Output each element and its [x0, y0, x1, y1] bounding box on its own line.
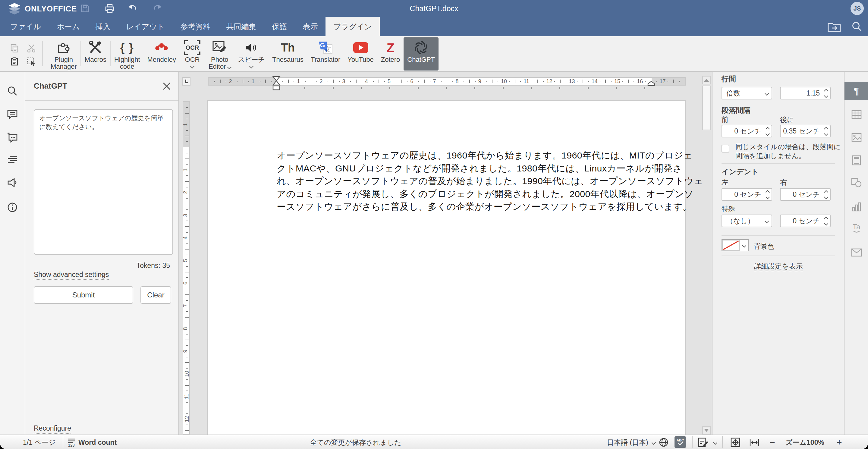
- tab-collaboration[interactable]: 共同編集: [218, 17, 264, 36]
- search-icon[interactable]: [0, 82, 25, 100]
- paragraph-settings-panel: 行間 倍数 1.15 段落間隔 前 後に 0 センチ 0.35 センチ 同じスタ…: [712, 72, 844, 435]
- spin-up-icon[interactable]: [824, 89, 828, 93]
- spacing-before-spinner[interactable]: 0 センチ: [721, 125, 772, 137]
- right-indent-marker[interactable]: [647, 81, 655, 86]
- tab-plugins[interactable]: プラグイン: [326, 17, 380, 36]
- document-page[interactable]: オープンソースソフトウェアの歴史は、1960年代から始まります。1960年代には…: [207, 100, 686, 435]
- search-header-icon[interactable]: [852, 22, 862, 32]
- spin-up-icon[interactable]: [824, 127, 828, 131]
- youtube-button[interactable]: YouTube: [344, 37, 377, 63]
- highlight-code-button[interactable]: { } Highlight code: [111, 37, 144, 70]
- navigation-icon[interactable]: [0, 151, 25, 169]
- tab-view[interactable]: 表示: [295, 17, 326, 36]
- fit-width-icon[interactable]: [749, 435, 760, 449]
- scrollbar-thumb[interactable]: [702, 86, 711, 130]
- cut-icon[interactable]: [23, 41, 40, 55]
- thesaurus-button[interactable]: Th Thesaurus: [269, 37, 307, 63]
- text-art-settings-icon[interactable]: Ta: [844, 219, 868, 237]
- macros-button[interactable]: Macros: [81, 37, 110, 63]
- about-icon[interactable]: [0, 198, 25, 216]
- spacing-after-spinner[interactable]: 0.35 センチ: [780, 125, 831, 137]
- translator-button[interactable]: 文G Translator: [307, 37, 344, 63]
- zoom-in-button[interactable]: +: [837, 435, 842, 449]
- zoom-level-label[interactable]: ズーム100%: [785, 435, 824, 449]
- plugins-toolbar: Plugin Manager Macros { } Highlight code…: [0, 36, 868, 72]
- tab-references[interactable]: 参考資料: [173, 17, 218, 36]
- chart-settings-icon[interactable]: [844, 198, 868, 216]
- document-line: アのコミュニティが発展し、多くのプロジェクトが開発されました。2000年代以降は…: [277, 187, 662, 200]
- spin-down-icon[interactable]: [824, 195, 828, 199]
- tab-protection[interactable]: 保護: [264, 17, 295, 36]
- mendeley-button[interactable]: Mendeley: [144, 37, 180, 63]
- chat-icon[interactable]: [0, 128, 25, 147]
- mail-merge-icon[interactable]: [844, 244, 868, 262]
- speech-button[interactable]: スピーチ: [235, 37, 269, 69]
- page-count-label[interactable]: 1/1 ページ: [23, 435, 56, 449]
- zoom-out-button[interactable]: −: [770, 435, 775, 449]
- spin-up-icon[interactable]: [824, 217, 828, 221]
- indent-special-select[interactable]: （なし）: [721, 215, 772, 227]
- plugin-manager-button[interactable]: Plugin Manager: [47, 37, 81, 70]
- comments-icon[interactable]: [0, 105, 25, 124]
- menu-tab-bar: ファイル ホーム 挿入 レイアウト 参考資料 共同編集 保護 表示 プラグイン: [0, 17, 868, 36]
- table-settings-icon[interactable]: [844, 105, 868, 124]
- show-advanced-settings-link[interactable]: Show advanced settings: [34, 270, 109, 280]
- tab-layout[interactable]: レイアウト: [119, 17, 173, 36]
- zotero-button[interactable]: Z Zotero: [377, 37, 404, 63]
- spin-down-icon[interactable]: [824, 94, 828, 98]
- photo-editor-button[interactable]: Photo Editor: [205, 37, 235, 70]
- spin-down-icon[interactable]: [824, 132, 828, 136]
- submit-button[interactable]: Submit: [34, 286, 133, 304]
- tab-insert[interactable]: 挿入: [88, 17, 119, 36]
- scroll-up-button[interactable]: [702, 76, 711, 84]
- shape-settings-icon[interactable]: [844, 173, 868, 192]
- fit-page-icon[interactable]: [731, 435, 740, 449]
- reconfigure-link[interactable]: Reconfigure: [34, 424, 71, 434]
- feedback-icon[interactable]: [0, 173, 25, 192]
- vertical-scrollbar[interactable]: [702, 76, 711, 435]
- image-settings-icon[interactable]: [844, 128, 868, 147]
- avatar[interactable]: JS: [850, 2, 864, 15]
- indent-left-spinner[interactable]: 0 センチ: [721, 188, 772, 201]
- select-all-icon[interactable]: [23, 55, 40, 68]
- word-count-label[interactable]: Word count: [79, 435, 117, 449]
- background-color-picker[interactable]: [721, 239, 749, 251]
- spell-check-icon[interactable]: ABC: [675, 436, 686, 448]
- copy-icon[interactable]: [6, 41, 23, 55]
- same-style-checkbox[interactable]: [721, 145, 730, 153]
- tab-stop-selector[interactable]: [182, 77, 190, 86]
- header-footer-settings-icon[interactable]: [844, 151, 868, 169]
- show-advanced-settings-link-right[interactable]: 詳細設定を表示: [712, 262, 844, 271]
- spin-up-icon[interactable]: [766, 190, 770, 194]
- indent-markers[interactable]: [272, 76, 281, 91]
- spin-down-icon[interactable]: [766, 195, 770, 199]
- zotero-icon: Z: [387, 39, 395, 56]
- line-spacing-value-spinner[interactable]: 1.15: [780, 87, 831, 99]
- paragraph-settings-icon[interactable]: ¶: [844, 82, 868, 100]
- tab-home[interactable]: ホーム: [49, 17, 87, 36]
- photo-editor-icon: [212, 39, 227, 56]
- open-file-location-icon[interactable]: [828, 21, 841, 32]
- spin-up-icon[interactable]: [824, 190, 828, 194]
- indent-right-spinner[interactable]: 0 センチ: [780, 188, 831, 201]
- ocr-chevron-icon: [190, 64, 194, 68]
- line-spacing-type-select[interactable]: 倍数: [721, 87, 772, 99]
- spell-language-icon[interactable]: [659, 435, 669, 449]
- document-text[interactable]: オープンソースソフトウェアの歴史は、1960年代から始まります。1960年代には…: [277, 149, 662, 213]
- ocr-button[interactable]: OCR OCR: [180, 37, 205, 69]
- paste-icon[interactable]: [6, 55, 23, 68]
- language-label[interactable]: 日本語 (日本): [607, 435, 648, 449]
- track-changes-icon[interactable]: [698, 435, 709, 449]
- chatgpt-button[interactable]: ChatGPT: [404, 37, 438, 70]
- prompt-input[interactable]: オープンソースソフトウェアの歴史を簡単に教えてください。: [34, 109, 173, 255]
- scroll-down-button[interactable]: [702, 426, 711, 435]
- close-panel-button[interactable]: [163, 82, 171, 90]
- vertical-ruler[interactable]: 1123456789101112: [183, 101, 190, 435]
- word-count-icon: 123: [67, 435, 76, 449]
- tab-file[interactable]: ファイル: [2, 17, 49, 36]
- spin-up-icon[interactable]: [766, 127, 770, 131]
- indent-special-spinner[interactable]: 0 センチ: [780, 215, 831, 227]
- spin-down-icon[interactable]: [824, 222, 828, 226]
- clear-button[interactable]: Clear: [141, 286, 171, 304]
- spin-down-icon[interactable]: [766, 132, 770, 136]
